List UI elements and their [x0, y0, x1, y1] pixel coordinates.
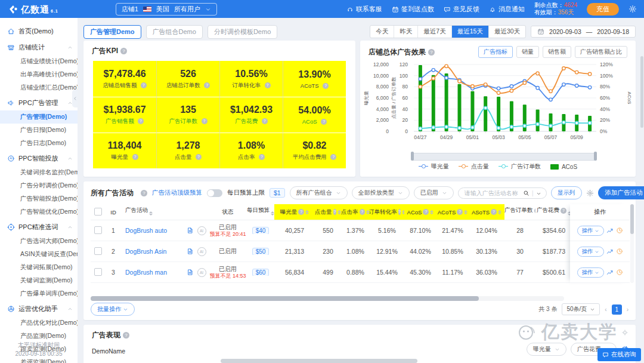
chevron-down-icon[interactable]	[536, 189, 541, 196]
page-size-select[interactable]: 50条/页	[562, 303, 600, 315]
module-tab[interactable]: 分时调价模板Demo	[208, 25, 277, 39]
row-actions-button[interactable]: 操作	[577, 247, 604, 257]
chart-metric-tab[interactable]: 广告指标	[478, 46, 513, 58]
performance-metric-select[interactable]: 曝光量	[527, 343, 566, 356]
sidebar-group-ppc-ad-mgmt[interactable]: PPC广告管理	[0, 94, 78, 110]
date-preset[interactable]: 最近30天	[489, 26, 525, 38]
top-budget-toggle[interactable]	[207, 189, 222, 197]
date-range-picker[interactable]: 2020-09-03 — 2020-09-18	[531, 26, 636, 38]
bottom-scrollbar[interactable]	[221, 359, 417, 363]
sidebar-item[interactable]: 关键词排名监控(Demo)	[0, 166, 78, 179]
module-tab[interactable]: 广告组合Demo	[146, 25, 203, 39]
sidebar-item[interactable]: 关键词监测(Demo)	[0, 274, 78, 287]
sidebar-group-shop-stats[interactable]: 店铺统计	[0, 39, 78, 55]
next-page-button[interactable]: ›	[627, 306, 628, 313]
trend-chart-icon[interactable]	[606, 248, 614, 255]
topbar-link-chat[interactable]: 意见反馈	[444, 5, 479, 14]
select-all-checkbox[interactable]	[91, 208, 105, 217]
sidebar-collapse-handle[interactable]	[72, 90, 78, 107]
ai-badge-icon[interactable]: AI	[197, 247, 206, 256]
legend-item-ad_orders[interactable]: 广告订单数	[499, 162, 541, 171]
sidebar-item[interactable]: 广告选词大师(Demo)	[0, 235, 78, 248]
column-header-ACoTS[interactable]: ACoTS?	[436, 204, 469, 220]
sidebar-item[interactable]: 广告管理(Demo)	[0, 110, 78, 124]
column-header-广告订单数[interactable]: 广告订单数?	[504, 207, 535, 217]
column-header-订单转化率[interactable]: 订单转化率?	[370, 204, 404, 220]
module-tab[interactable]: 广告管理Demo	[83, 25, 141, 39]
page-number[interactable]: 1	[612, 304, 622, 315]
batch-actions-button[interactable]: 批量操作	[91, 303, 135, 316]
column-header-点击率[interactable]: 点击率?	[341, 204, 370, 220]
sidebar-item[interactable]: 出单高峰统计(Demo)	[0, 68, 78, 81]
document-icon[interactable]	[187, 248, 194, 255]
daily-budget[interactable]: $60	[247, 269, 274, 276]
date-from[interactable]: 2020-09-03	[549, 28, 581, 35]
campaign-name-link[interactable]: DogBrush auto	[122, 227, 184, 234]
top-budget-link[interactable]: 广告活动顶级预算	[152, 189, 202, 197]
campaign-search[interactable]: |	[458, 187, 547, 199]
row-checkbox[interactable]	[91, 247, 105, 256]
date-preset[interactable]: 最近15天	[452, 26, 489, 38]
daily-budget[interactable]: $40	[247, 227, 274, 234]
settings-gear-icon[interactable]	[628, 5, 637, 13]
date-preset[interactable]: 最近7天	[418, 26, 451, 38]
history-clock-icon[interactable]	[616, 227, 623, 234]
filter-select[interactable]: 全部投放类型	[352, 186, 410, 199]
sidebar-item[interactable]: 广告智能投放(Demo)	[0, 192, 78, 205]
sidebar-item[interactable]: 产品优化对比(Demo)	[0, 316, 78, 330]
legend-item-acos[interactable]: ACoS	[550, 164, 577, 170]
store-selector[interactable]: 店铺1 美国 所有用户	[116, 3, 217, 16]
sidebar-group-ops-helper[interactable]: 运营优化助手	[0, 300, 78, 316]
sidebar-item[interactable]: ASIN关键词反查(Demo)	[0, 248, 78, 261]
date-preset[interactable]: 今天	[370, 26, 394, 38]
column-header-ASoTS[interactable]: ASoTS?	[469, 204, 504, 220]
history-clock-icon[interactable]	[616, 248, 623, 255]
trend-chart-icon[interactable]	[606, 269, 614, 276]
sidebar-item[interactable]: 广告日报(Demo)	[0, 124, 78, 137]
topbar-link-bell[interactable]: 消息通知	[489, 5, 525, 14]
row-actions-button[interactable]: 操作	[577, 267, 604, 278]
topbar-link-headset[interactable]: 联系客服	[346, 5, 382, 14]
sidebar-item[interactable]: 店铺业绩统计(Demo)	[0, 55, 78, 68]
online-support-button[interactable]: 在线咨询	[597, 348, 641, 361]
daily-budget[interactable]: $50	[247, 248, 274, 255]
topbar-link-calendar[interactable]: 签到送点数	[392, 5, 434, 14]
sidebar-group-ppc-words[interactable]: PPC精准选词	[0, 219, 78, 235]
ai-badge-icon[interactable]: AI	[197, 268, 206, 277]
column-header-曝光量[interactable]: 曝光量?	[274, 204, 315, 220]
table-horizontal-scrollbar[interactable]	[91, 296, 564, 301]
row-actions-button[interactable]: 操作	[577, 226, 604, 236]
campaign-name-link[interactable]: DogBrush Asin	[122, 248, 184, 255]
search-icon[interactable]	[523, 189, 530, 197]
document-icon[interactable]	[187, 269, 194, 276]
filter-select[interactable]: 所有广告组合	[290, 186, 348, 199]
sidebar-item[interactable]: 关键词拓展(Demo)	[0, 261, 78, 274]
show-columns-button[interactable]: 显示列	[551, 186, 582, 199]
table-settings-gear-icon[interactable]	[586, 189, 594, 197]
column-header-ACoS[interactable]: ACoS?	[404, 204, 436, 220]
sidebar-group-home[interactable]: 首页(Demo)	[0, 23, 78, 39]
column-header-每日预算[interactable]: 每日预算	[247, 207, 274, 217]
date-to[interactable]: 2020-09-18	[597, 28, 629, 35]
trend-chart-icon[interactable]	[606, 227, 614, 234]
chart-metric-tab[interactable]: 销量	[516, 46, 539, 58]
chart-zoom-slider[interactable]	[411, 153, 596, 161]
daily-cap-value[interactable]: $1	[270, 188, 285, 198]
row-checkbox[interactable]	[91, 268, 105, 277]
document-icon[interactable]	[187, 227, 194, 234]
sidebar-item[interactable]: 广告爆单词库(Demo)	[0, 287, 78, 300]
legend-item-impressions[interactable]: 曝光量	[419, 162, 449, 171]
filter-select[interactable]: 已启用	[414, 186, 454, 199]
legend-item-clicks[interactable]: 点击量	[459, 162, 489, 171]
recharge-button[interactable]: 充值	[587, 3, 619, 16]
campaign-search-input[interactable]	[463, 189, 521, 197]
chart-metric-tab[interactable]: 销售额	[543, 46, 571, 58]
ai-badge-icon[interactable]: AI	[197, 226, 206, 235]
date-preset[interactable]: 昨天	[394, 26, 418, 38]
table-vertical-scrollbar[interactable]	[630, 204, 634, 283]
campaign-name-link[interactable]: DogBrush man	[122, 269, 184, 276]
sidebar-item[interactable]: 广告分时调价(Demo)	[0, 179, 78, 192]
chart-metric-tab[interactable]: 广告销售额占比	[575, 46, 627, 58]
page-scrollbar[interactable]	[640, 29, 643, 363]
history-clock-icon[interactable]	[616, 269, 623, 276]
